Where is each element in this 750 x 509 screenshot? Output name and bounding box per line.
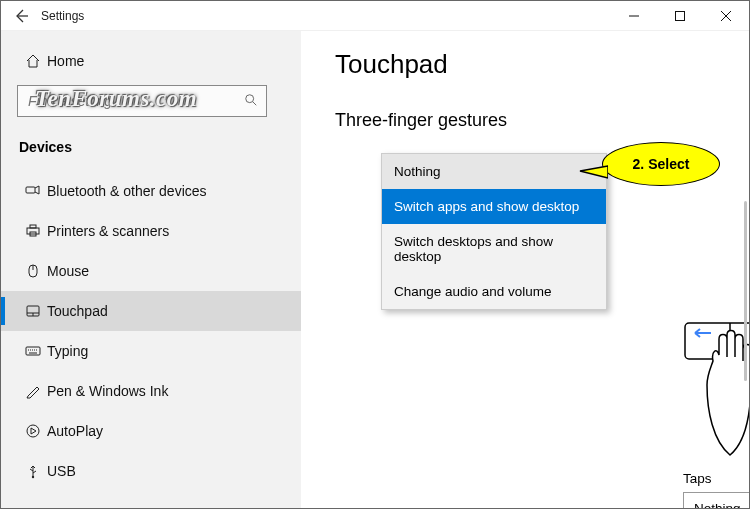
dropdown-option-1[interactable]: Switch apps and show desktop xyxy=(382,189,606,224)
pen-icon xyxy=(19,383,47,399)
close-button[interactable] xyxy=(703,1,749,31)
sidebar-item-label: Pen & Windows Ink xyxy=(47,383,168,399)
dropdown-option-2[interactable]: Switch desktops and show desktop xyxy=(382,224,606,274)
taps-label: Taps xyxy=(683,471,749,486)
annotation-callout: 2. Select xyxy=(602,142,720,186)
sidebar-item-usb[interactable]: USB xyxy=(1,451,301,491)
usb-icon xyxy=(19,463,47,479)
dropdown-option-label: Nothing xyxy=(394,164,441,179)
keyboard-icon xyxy=(19,343,47,359)
svg-point-9 xyxy=(27,425,39,437)
home-icon xyxy=(19,53,47,69)
dropdown-option-label: Switch desktops and show desktop xyxy=(394,234,553,264)
sidebar-section-label: Devices xyxy=(1,131,301,171)
scrollbar[interactable] xyxy=(744,201,747,381)
sidebar-home[interactable]: Home xyxy=(1,41,301,81)
svg-rect-8 xyxy=(26,347,40,355)
sidebar-item-touchpad[interactable]: Touchpad xyxy=(1,291,301,331)
gesture-illustration xyxy=(683,321,749,461)
svg-rect-2 xyxy=(26,187,35,193)
sidebar-item-mouse[interactable]: Mouse xyxy=(1,251,301,291)
printer-icon xyxy=(19,223,47,239)
dropdown-option-3[interactable]: Change audio and volume xyxy=(382,274,606,309)
sidebar-item-label: AutoPlay xyxy=(47,423,103,439)
maximize-button[interactable] xyxy=(657,1,703,31)
sidebar-item-label: Touchpad xyxy=(47,303,108,319)
window-controls xyxy=(611,1,749,31)
dropdown-option-0[interactable]: Nothing xyxy=(382,154,606,189)
search-input-wrapper[interactable] xyxy=(17,85,267,117)
sidebar-item-printers[interactable]: Printers & scanners xyxy=(1,211,301,251)
sidebar-item-label: Typing xyxy=(47,343,88,359)
dropdown-option-label: Change audio and volume xyxy=(394,284,552,299)
sidebar-item-label: Bluetooth & other devices xyxy=(47,183,207,199)
app-title: Settings xyxy=(41,9,84,23)
sidebar-item-pen[interactable]: Pen & Windows Ink xyxy=(1,371,301,411)
bluetooth-icon xyxy=(19,183,47,199)
svg-point-10 xyxy=(32,476,34,478)
touchpad-icon xyxy=(19,303,47,319)
dropdown-option-label: Switch apps and show desktop xyxy=(394,199,579,214)
svg-marker-12 xyxy=(580,166,608,178)
svg-rect-0 xyxy=(676,12,685,21)
back-button[interactable] xyxy=(1,1,41,31)
taps-dropdown-value: Nothing xyxy=(694,501,741,509)
section-heading: Three-finger gestures xyxy=(335,110,715,131)
sidebar-item-label: Printers & scanners xyxy=(47,223,169,239)
sidebar: Home Devices Bluetooth & other devices P… xyxy=(1,31,301,508)
sidebar-item-label: USB xyxy=(47,463,76,479)
autoplay-icon xyxy=(19,423,47,439)
search-icon xyxy=(244,93,258,110)
titlebar: Settings xyxy=(1,1,749,31)
swipes-dropdown-open[interactable]: Nothing Switch apps and show desktop Swi… xyxy=(381,153,607,310)
svg-point-1 xyxy=(246,94,254,102)
page-title: Touchpad xyxy=(335,49,715,80)
sidebar-item-typing[interactable]: Typing xyxy=(1,331,301,371)
taps-section: Taps Nothing xyxy=(683,471,749,508)
taps-dropdown[interactable]: Nothing xyxy=(683,492,749,508)
sidebar-home-label: Home xyxy=(47,53,84,69)
sidebar-item-autoplay[interactable]: AutoPlay xyxy=(1,411,301,451)
callout-text: 2. Select xyxy=(633,156,690,172)
sidebar-item-bluetooth[interactable]: Bluetooth & other devices xyxy=(1,171,301,211)
mouse-icon xyxy=(19,263,47,279)
search-input[interactable] xyxy=(26,92,244,110)
sidebar-item-label: Mouse xyxy=(47,263,89,279)
svg-rect-4 xyxy=(30,225,36,228)
minimize-button[interactable] xyxy=(611,1,657,31)
svg-rect-3 xyxy=(27,228,39,234)
